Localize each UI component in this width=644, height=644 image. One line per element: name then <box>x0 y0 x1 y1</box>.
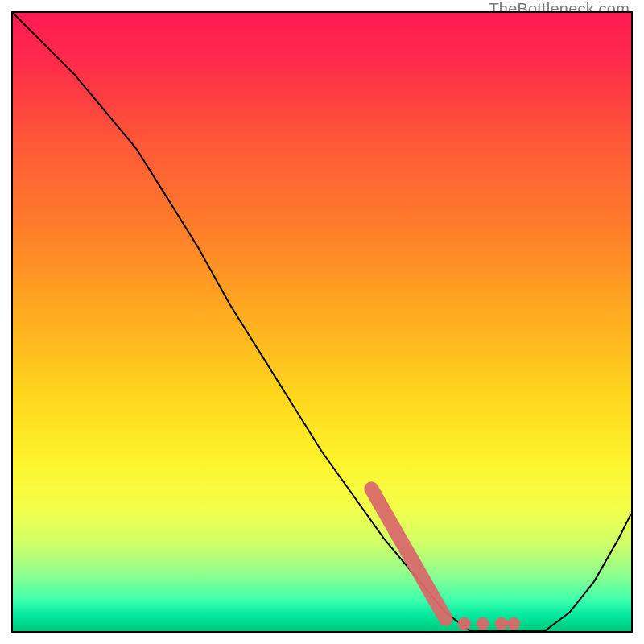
svg-point-1 <box>477 617 489 630</box>
svg-point-0 <box>458 617 471 630</box>
chart-frame: TheBottleneck.com <box>0 0 644 644</box>
chart-svg <box>13 13 631 631</box>
plot-area <box>11 11 633 633</box>
gradient-background <box>13 13 631 631</box>
svg-point-2 <box>495 617 508 630</box>
svg-point-3 <box>507 617 520 630</box>
